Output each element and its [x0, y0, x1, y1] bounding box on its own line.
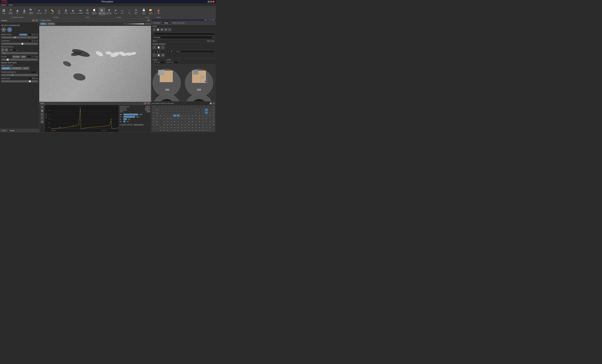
magnification-input[interactable] [9, 49, 16, 51]
focus-coarse-button[interactable]: COARSE [12, 55, 20, 58]
eds-tool-4[interactable]: ↗ [40, 116, 44, 120]
quality-balanced-button[interactable]: BALANCED [11, 67, 22, 70]
pt-element-v[interactable]: V [166, 114, 169, 117]
pt-element-ni[interactable]: Ni [184, 114, 187, 117]
brightness-thumb[interactable] [14, 37, 16, 38]
focus-thumb[interactable] [7, 59, 9, 61]
menu-item-view[interactable]: View [8, 4, 13, 6]
pt-element-md[interactable]: Md [201, 129, 204, 132]
resolution-display-button[interactable]: 7.27mm [47, 22, 55, 25]
pt-element-kr[interactable]: Kr [212, 114, 215, 117]
pt-element-b[interactable]: B [194, 108, 198, 111]
toolbar-btn-copy[interactable]: 📋 Copy toClipboard [91, 8, 97, 16]
pt-element-la[interactable]: La [159, 126, 162, 129]
pt-element-rh[interactable]: Rh [180, 117, 183, 120]
toolbar-btn-image[interactable]: 🖼 Image [1, 8, 7, 16]
toolbar-btn-recipe[interactable]: ⚙ RecipeBuilder [7, 8, 14, 16]
toolbar-btn-magnification[interactable]: 🔍 Magnification [99, 8, 105, 16]
pt-element-sr[interactable]: Sr [155, 117, 159, 120]
pt-element-au[interactable]: Au [187, 120, 191, 123]
toolbar-btn-save-layout[interactable]: 💾 SaveLayout [140, 8, 147, 16]
pt-element-fl[interactable]: Fl [198, 123, 201, 126]
pt-element-os[interactable]: Os [176, 120, 180, 123]
pt-element-tc[interactable]: Tc [173, 117, 176, 120]
pt-element-fe[interactable]: Fe [176, 114, 180, 117]
pt-element-i[interactable]: I [208, 117, 212, 120]
stage-copy-button[interactable]: 📋 [157, 46, 161, 49]
pt-element-zr[interactable]: Zr [162, 117, 166, 120]
zoom-display-button[interactable]: 1500 x [40, 22, 47, 25]
pt-element-br[interactable]: Br [208, 114, 212, 117]
pt-element-ge[interactable]: Ge [198, 114, 201, 117]
eds-tool-2[interactable]: ▣ [40, 109, 44, 112]
toolbar-btn-jog[interactable]: ↕ Jog [126, 8, 132, 16]
pt-element-dy[interactable]: Dy [191, 126, 194, 129]
pt-element-db[interactable]: Db [166, 123, 169, 126]
optics-btn-1[interactable]: 👁 [1, 27, 6, 32]
pt-element-zn[interactable]: Zn [191, 114, 194, 117]
tab-zoombox[interactable]: Zoombox [151, 21, 162, 25]
stage-wifi-button[interactable]: ⊕ [161, 53, 165, 57]
stage-goto-button[interactable]: → [161, 46, 165, 49]
pt-element-in[interactable]: In [194, 117, 198, 120]
pt-element-er[interactable]: Er [198, 126, 201, 129]
pt-element-li[interactable]: Li [152, 108, 155, 111]
image-size-thumb[interactable] [29, 80, 31, 82]
eds-close-button[interactable]: ✕ [147, 102, 150, 104]
pt-element-cd[interactable]: Cd [191, 117, 194, 120]
pt-element-cm[interactable]: Cm [184, 129, 187, 132]
pt-element-po[interactable]: Po [205, 120, 208, 123]
auto-bc-button[interactable]: AUTO B/C [19, 34, 27, 36]
pt-element-c[interactable]: C [198, 108, 201, 111]
viewer-close-button[interactable]: ✕ [147, 19, 150, 21]
pt-element-cs[interactable]: Cs [152, 120, 155, 123]
pt-element-mo[interactable]: Mo [169, 117, 173, 120]
pt-element-n[interactable]: N [201, 108, 204, 111]
pt-element-np[interactable]: Np [173, 129, 176, 132]
pt-element-no[interactable]: No [205, 129, 208, 132]
eds-tool-1[interactable]: ⊡ [40, 105, 44, 109]
pt-element-tb[interactable]: Tb [187, 126, 191, 129]
pt-element-ag[interactable]: Ag [187, 117, 191, 120]
test-btn-5[interactable]: ↗ [168, 28, 171, 31]
eds-tool-3[interactable]: ✏ [40, 113, 44, 116]
stage-save-button[interactable]: 💾 [157, 53, 161, 57]
pt-element-rb[interactable]: Rb [152, 117, 155, 120]
magnification-minus-button[interactable]: − [1, 48, 4, 52]
pt-element-ca[interactable]: Ca [155, 114, 159, 117]
x-axis-input[interactable] [152, 61, 165, 64]
pt-element-se[interactable]: Se [205, 114, 208, 117]
pt-element-hg[interactable]: Hg [191, 120, 194, 123]
pt-element-cn[interactable]: Cn [191, 123, 194, 126]
pt-element-co[interactable]: Co [180, 114, 183, 117]
pt-element-bi[interactable]: Bi [201, 120, 204, 123]
y-axis-input[interactable] [166, 61, 178, 64]
toolbar-btn-quickprint[interactable]: 🖨 QuickPrint [84, 8, 91, 16]
pt-element-tm[interactable]: Tm [201, 126, 204, 129]
toolbar-btn-crosshairs[interactable]: ✛ Crosshairs [36, 8, 42, 16]
pt-element-sn[interactable]: Sn [198, 117, 201, 120]
tab-imaging[interactable]: Imaging [8, 129, 17, 132]
stage-add-button[interactable]: + [152, 46, 156, 49]
quality-fastest-button[interactable]: FASTEST [1, 67, 11, 70]
toolbar-btn-deleteall[interactable]: ⊠ DeleteAll [70, 8, 76, 16]
toolbar-btn-delete[interactable]: 🗑 Delete [63, 8, 69, 16]
pt-element-ar[interactable]: Ar [212, 111, 215, 114]
pt-element-ba[interactable]: Ba [155, 120, 159, 123]
pt-element-pb[interactable]: Pb [198, 120, 201, 123]
pt-element-na[interactable]: Na [152, 111, 155, 114]
pt-element-pt[interactable]: Pt [184, 120, 187, 123]
frame-averaging-slider[interactable] [1, 74, 38, 76]
pt-element-fm[interactable]: Fm [198, 129, 201, 132]
pt-element-nb[interactable]: Nb [166, 117, 169, 120]
toolbar-btn-zoombox[interactable]: ⊡ ZoomBox [133, 8, 139, 16]
pt-element-nd[interactable]: Nd [169, 126, 173, 129]
pt-element-mt[interactable]: Mt [180, 123, 183, 126]
pt-element-es[interactable]: Es [194, 129, 198, 132]
close-button[interactable]: ✕ [212, 1, 215, 3]
pt-btn-2[interactable]: ✕ [212, 102, 215, 105]
image-size-slider[interactable] [1, 80, 38, 82]
shape-select[interactable]: Rectangle [152, 36, 215, 39]
pt-element-s[interactable]: S [205, 111, 208, 114]
magnification-slider[interactable] [1, 52, 38, 54]
